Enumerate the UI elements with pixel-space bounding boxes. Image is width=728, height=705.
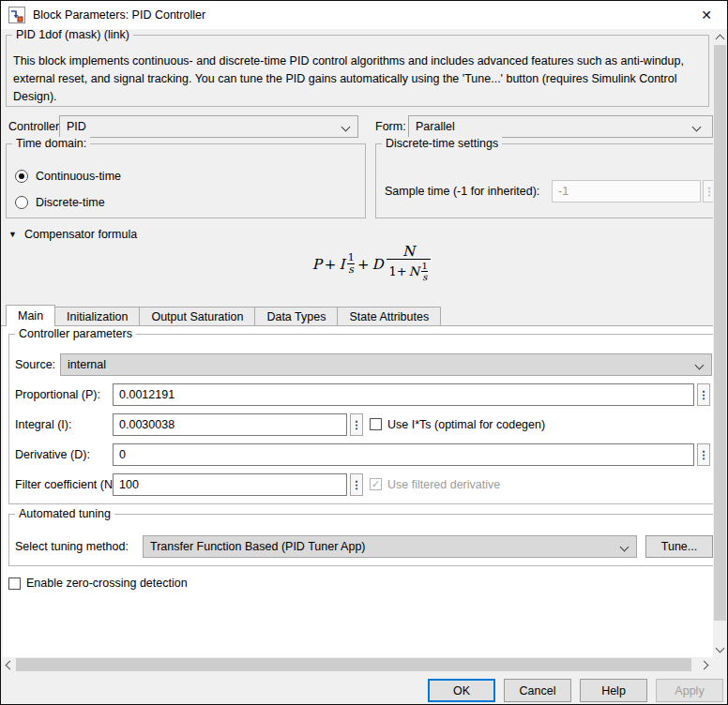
use-filtered-derivative-label: Use filtered derivative <box>387 473 500 496</box>
formula-term-p: P <box>312 256 322 273</box>
tab-main[interactable]: Main <box>6 305 55 326</box>
main-tab-pane: Controller parameters Source: internal P… <box>3 326 713 657</box>
zero-crossing-checkbox[interactable] <box>8 578 21 590</box>
chevron-down-icon <box>341 123 351 132</box>
vertical-scrollbar-thumb[interactable] <box>714 45 726 621</box>
derivative-input[interactable] <box>113 443 694 466</box>
derivative-label: Derivative (D): <box>15 443 90 466</box>
scroll-left-button[interactable] <box>1 657 16 672</box>
tuning-method-label: Select tuning method: <box>15 535 129 558</box>
discrete-settings-title: Discrete-time settings <box>382 137 502 150</box>
proportional-label: Proportional (P): <box>15 383 100 406</box>
apply-button: Apply <box>656 679 723 702</box>
triangle-down-icon: ▼ <box>8 230 17 239</box>
tab-data-types[interactable]: Data Types <box>254 307 338 325</box>
horizontal-scrollbar[interactable] <box>1 657 713 672</box>
radio-continuous-label: Continuous-time <box>36 170 121 183</box>
mask-group: PID 1dof (mask) (link) This block implem… <box>6 35 709 107</box>
tune-button[interactable]: Tune... <box>645 535 713 558</box>
tuning-method-combobox[interactable]: Transfer Function Based (PID Tuner App) <box>143 535 637 558</box>
proportional-input[interactable] <box>113 383 694 406</box>
block-parameters-dialog: Block Parameters: PID Controller ✕ PID 1… <box>0 0 728 705</box>
help-button[interactable]: Help <box>580 679 647 702</box>
form-label: Form: <box>375 115 406 138</box>
filter-coefficient-label: Filter coefficient (N): <box>15 473 120 496</box>
mask-group-title: PID 1dof (mask) (link) <box>12 29 133 41</box>
integral-options-button[interactable]: ⋮ <box>350 413 363 436</box>
formula-term-d: D <box>372 256 384 273</box>
simulink-block-icon <box>8 7 25 23</box>
chevron-down-icon <box>620 543 629 552</box>
time-domain-title: Time domain: <box>12 137 90 150</box>
source-label: Source: <box>15 353 55 376</box>
button-bar: OK Cancel Help Apply <box>1 672 727 704</box>
formula-term-i: I <box>339 256 344 273</box>
scroll-down-button[interactable] <box>713 642 727 657</box>
cancel-button[interactable]: Cancel <box>504 679 571 702</box>
integral-label: Integral (I): <box>15 413 71 436</box>
close-icon[interactable]: ✕ <box>691 1 721 29</box>
formula-plus: + <box>325 256 337 273</box>
filter-options-button[interactable]: ⋮ <box>350 473 363 496</box>
proportional-options-button[interactable]: ⋮ <box>697 383 710 406</box>
controller-combobox[interactable]: PID <box>59 115 358 138</box>
source-combobox[interactable]: internal <box>60 353 712 376</box>
chevron-right-icon <box>700 660 709 669</box>
derivative-options-button[interactable]: ⋮ <box>697 443 710 466</box>
source-combobox-value: internal <box>68 358 106 371</box>
tuning-method-value: Transfer Function Based (PID Tuner App) <box>150 540 366 553</box>
use-its-label: Use I*Ts (optimal for codegen) <box>387 413 545 436</box>
time-domain-group: Time domain: Continuous-time Discrete-ti… <box>6 143 366 218</box>
title-bar: Block Parameters: PID Controller ✕ <box>1 1 727 29</box>
tab-state-attributes[interactable]: State Attributes <box>337 307 441 325</box>
radio-discrete-label: Discrete-time <box>36 196 105 209</box>
use-filtered-derivative-checkbox: ✓ <box>370 478 382 490</box>
compensator-formula-label: Compensator formula <box>24 228 137 241</box>
controller-combobox-value: PID <box>67 120 86 133</box>
window-title: Block Parameters: PID Controller <box>33 1 205 29</box>
controller-parameters-title: Controller parameters <box>15 327 136 340</box>
integral-input[interactable] <box>113 413 347 436</box>
form-combobox-value: Parallel <box>416 120 455 133</box>
compensator-formula-toggle[interactable]: ▼ Compensator formula <box>8 228 137 241</box>
radio-discrete-time[interactable]: Discrete-time <box>15 195 105 210</box>
controller-label: Controller: <box>8 115 63 138</box>
radio-continuous-time[interactable]: Continuous-time <box>15 169 121 184</box>
zero-crossing-label: Enable zero-crossing detection <box>26 573 188 593</box>
tab-output-saturation[interactable]: Output Saturation <box>139 307 255 325</box>
sample-time-options-button: ⋮ <box>703 180 713 202</box>
scroll-right-button[interactable] <box>698 657 713 672</box>
use-its-checkbox[interactable] <box>370 418 382 430</box>
formula-fraction-1-over-s: 1 s <box>347 252 355 276</box>
chevron-down-icon <box>695 361 705 370</box>
chevron-down-icon <box>716 644 725 653</box>
tab-initialization[interactable]: Initialization <box>54 307 140 325</box>
controller-parameters-group: Controller parameters Source: internal P… <box>8 334 713 504</box>
sample-time-label: Sample time (-1 for inherited): <box>385 180 539 202</box>
chevron-left-icon <box>6 660 15 669</box>
radio-selected-icon <box>15 170 28 183</box>
sample-time-input <box>552 180 701 202</box>
dialog-body: PID 1dof (mask) (link) This block implem… <box>1 29 713 657</box>
formula-filter-fraction: N 1+ N 1 s <box>387 245 432 283</box>
horizontal-scrollbar-thumb[interactable] <box>16 658 691 671</box>
radio-unselected-icon <box>15 196 28 209</box>
automated-tuning-title: Automated tuning <box>15 507 114 520</box>
check-icon: ✓ <box>372 479 380 489</box>
scroll-up-button[interactable] <box>713 29 727 44</box>
automated-tuning-group: Automated tuning Select tuning method: T… <box>8 514 713 566</box>
discrete-settings-group: Discrete-time settings Sample time (-1 f… <box>375 143 713 218</box>
chevron-up-icon <box>716 34 725 43</box>
mask-description: This block implements continuous- and di… <box>13 52 705 106</box>
chevron-down-icon <box>692 123 702 132</box>
ok-button[interactable]: OK <box>428 679 495 702</box>
filter-coefficient-input[interactable] <box>113 473 347 496</box>
formula-plus: + <box>357 256 370 273</box>
scrollbar-corner <box>713 657 727 672</box>
vertical-scrollbar[interactable] <box>713 29 727 657</box>
form-combobox[interactable]: Parallel <box>408 115 713 138</box>
tab-strip: Main Initialization Output Saturation Da… <box>1 305 713 326</box>
pid-formula: P + I 1 s + D N 1+ N 1 s <box>278 245 465 283</box>
